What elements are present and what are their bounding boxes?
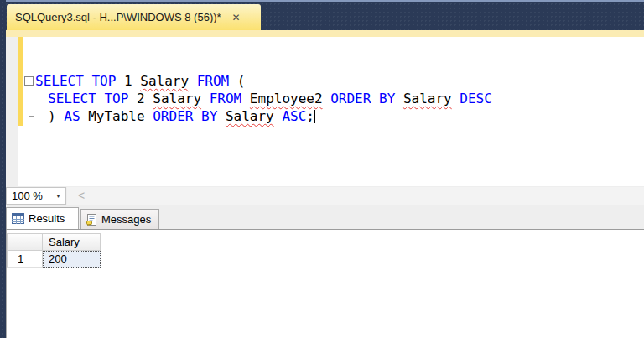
- outline-collapse-icon[interactable]: [24, 76, 34, 86]
- document-tab-strip: SQLQuery3.sql - H...P\WINDOWS 8 (56))* ✕: [0, 0, 644, 30]
- document-tab[interactable]: SQLQuery3.sql - H...P\WINDOWS 8 (56))* ✕: [7, 4, 261, 30]
- code-line-1[interactable]: SELECT TOP 1 Salary FROM (: [35, 72, 492, 90]
- grid-corner-cell[interactable]: [7, 233, 43, 251]
- window-left-edge: [0, 0, 6, 338]
- grid-header-row: Salary: [7, 233, 101, 251]
- sql-keyword: ORDER BY: [330, 91, 395, 107]
- sql-keyword: ORDER BY: [153, 108, 217, 124]
- sql-identifier-squiggle: Salary: [153, 91, 201, 107]
- sql-keyword: DESC: [460, 91, 492, 107]
- sql-keyword: SELECT: [48, 91, 96, 107]
- tab-messages-label: Messages: [101, 213, 151, 226]
- editor-bottom-bar: < 100 % ▼: [0, 186, 644, 205]
- results-tab-strip: Results Messages: [0, 205, 644, 229]
- track-changes-bar: [18, 37, 23, 126]
- tab-messages[interactable]: Messages: [80, 209, 159, 229]
- sql-keyword: FROM: [197, 73, 230, 89]
- results-grid-icon: [12, 213, 24, 224]
- code-area[interactable]: SELECT TOP 1 Salary FROM ( SELECT TOP 2 …: [35, 72, 492, 125]
- sql-keyword: TOP: [91, 73, 116, 89]
- code-line-2[interactable]: SELECT TOP 2 Salary FROM Employee2 ORDER…: [48, 90, 492, 107]
- messages-icon: [86, 214, 97, 226]
- text-cursor: [314, 110, 315, 123]
- active-tab-accent-band: [6, 30, 644, 37]
- sql-identifier-squiggle: Salary: [140, 73, 189, 89]
- sql-keyword: TOP: [104, 91, 128, 107]
- zoom-level-value: 100 %: [12, 188, 43, 204]
- sql-keyword: AS: [64, 108, 80, 124]
- tab-results-label: Results: [29, 212, 65, 225]
- sql-identifier-squiggle: Employee2: [250, 91, 323, 107]
- document-tab-title: SQLQuery3.sql - H...P\WINDOWS 8 (56))*: [15, 11, 221, 23]
- close-icon[interactable]: ✕: [232, 13, 241, 23]
- sql-keyword: SELECT: [35, 73, 84, 89]
- sql-identifier-squiggle: Salary: [403, 91, 452, 107]
- results-grid: Salary 1 200: [7, 233, 101, 268]
- sql-keyword: FROM: [210, 91, 242, 107]
- zoom-level-dropdown[interactable]: 100 % ▼: [6, 187, 66, 205]
- grid-row-header[interactable]: 1: [7, 251, 43, 268]
- chevron-down-icon[interactable]: ▼: [55, 193, 61, 199]
- scroll-left-arrow-icon[interactable]: <: [74, 187, 89, 205]
- ssms-window: SQLQuery3.sql - H...P\WINDOWS 8 (56))* ✕…: [0, 0, 644, 338]
- grid-cell-salary[interactable]: 200: [43, 251, 101, 268]
- sql-identifier-squiggle: Salary: [226, 108, 274, 124]
- horizontal-scrollbar[interactable]: <: [67, 187, 644, 205]
- sql-keyword: ASC: [282, 108, 306, 124]
- code-line-3[interactable]: ) AS MyTable ORDER BY Salary ASC;: [48, 107, 492, 125]
- editor-indicator-margin: [6, 37, 18, 186]
- table-row: 1 200: [7, 251, 101, 268]
- tab-results[interactable]: Results: [6, 207, 79, 229]
- outline-guide-end: [29, 116, 34, 117]
- sql-editor[interactable]: SELECT TOP 1 Salary FROM ( SELECT TOP 2 …: [0, 37, 644, 186]
- results-grid-pane: Salary 1 200: [0, 229, 644, 338]
- grid-column-header-salary[interactable]: Salary: [43, 233, 101, 251]
- outline-guide-line: [29, 86, 29, 116]
